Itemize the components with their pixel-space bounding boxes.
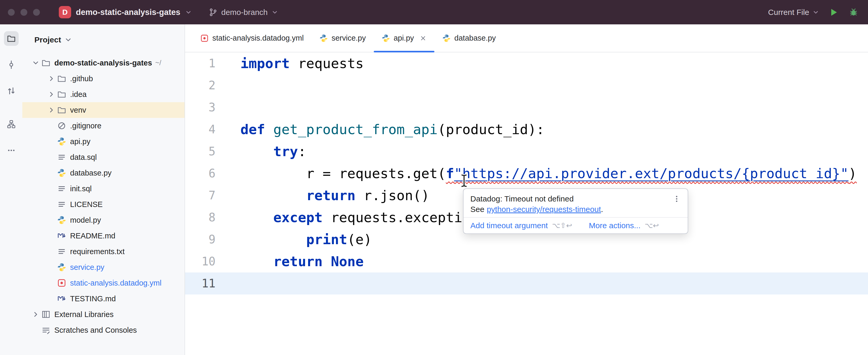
code-token: print [306,232,347,247]
code-line-10[interactable]: 10 return None [185,250,868,273]
chevron-spacer [48,248,55,255]
tab-label: static-analysis.datadog.yml [212,34,304,42]
chevron-right-icon[interactable] [32,311,40,318]
code-text: import requests [241,52,364,74]
tree-item-static-analysis-datadog-yml[interactable]: static-analysis.datadog.yml [22,275,185,291]
code-line-11[interactable]: 11 [185,273,868,294]
pull-requests-tool-button[interactable] [4,83,19,98]
tree-item-testing-md[interactable]: TESTING.md [22,291,185,307]
code-text: def get_product_from_api(product_id): [241,118,545,140]
code-line-4[interactable]: 4def get_product_from_api(product_id): [185,118,868,140]
tree-item-model-py[interactable]: model.py [22,212,185,228]
code-token [241,210,273,225]
code-token [241,232,306,247]
code-token: def [241,121,265,137]
structure-tool-button[interactable] [4,117,19,132]
line-number[interactable]: 2 [185,74,241,97]
window-minimize-button[interactable] [21,9,27,16]
tree-item-venv[interactable]: venv [22,102,185,118]
editor[interactable]: 1import requests234def get_product_from_… [185,52,868,355]
tree-item-gitignore[interactable]: .gitignore [22,118,185,134]
line-number[interactable]: 3 [185,97,241,118]
python-icon [56,168,67,178]
tab-label: api.py [394,34,414,42]
kebab-menu-icon[interactable] [673,194,681,203]
rule-link[interactable]: python-security/requests-timeout [487,205,601,214]
code-token: (product_id): [438,121,545,137]
line-number[interactable]: 10 [185,250,241,273]
chevron-right-icon[interactable] [48,106,55,114]
close-icon[interactable] [420,35,427,42]
tree-item-demo-static-analysis-gates[interactable]: demo-static-analysis-gates~/ [22,55,185,71]
tree-item-service-py[interactable]: service.py [22,259,185,275]
tool-window-strip [0,24,22,355]
line-number[interactable]: 4 [185,118,241,140]
code-line-6[interactable]: 6 r = requests.get(f"https://api.provide… [185,163,868,184]
tree-item-init-sql[interactable]: init.sql [22,181,185,197]
tree-item-data-sql[interactable]: data.sql [22,149,185,165]
popup-see-text: See [470,205,484,214]
code-line-2[interactable]: 2 [185,74,868,97]
code-text: try: [241,140,306,163]
text-icon [56,199,67,210]
python-icon [56,262,67,273]
tree-item-requirements-txt[interactable]: requirements.txt [22,244,185,259]
text-icon [56,152,67,163]
line-number[interactable]: 6 [185,163,241,184]
tree-item-label: database.py [70,169,112,177]
code-line-3[interactable]: 3 [185,97,868,118]
tree-item-license[interactable]: LICENSE [22,197,185,212]
tree-item-database-py[interactable]: database.py [22,165,185,181]
code-line-5[interactable]: 5 try: [185,140,868,163]
tab-service-py[interactable]: service.py [312,24,374,52]
chevron-right-icon[interactable] [48,91,55,98]
tree-item-scratches-and-consoles[interactable]: Scratches and Consoles [22,322,185,338]
tree-item-idea[interactable]: .idea [22,86,185,102]
chevron-right-icon[interactable] [48,75,55,82]
code-token [265,121,273,137]
line-number[interactable]: 5 [185,140,241,163]
line-number[interactable]: 1 [185,52,241,74]
project-tool-button[interactable] [4,31,19,46]
chevron-down-icon [185,9,192,16]
tree-item-external-libraries[interactable]: External Libraries [22,307,185,322]
text-icon [56,246,67,257]
tab-static-analysis-datadog-yml[interactable]: static-analysis.datadog.yml [192,24,312,52]
tree-item-api-py[interactable]: api.py [22,134,185,149]
debug-icon[interactable] [848,7,859,18]
chevron-down-icon[interactable] [32,59,40,67]
project-panel-header[interactable]: Project [22,24,185,55]
add-timeout-action[interactable]: Add timeout argument [470,220,548,231]
line-number[interactable]: 8 [185,207,241,228]
project-selector[interactable]: D demo-static-analysis-gates [59,6,192,19]
tab-database-py[interactable]: database.py [434,24,504,52]
tree-item-readme-md[interactable]: README.md [22,228,185,244]
line-number[interactable]: 9 [185,228,241,250]
code-line-1[interactable]: 1import requests [185,52,868,74]
more-tool-button[interactable] [4,143,19,158]
code-token: "https://api.provider.ext/products/{prod… [454,166,848,181]
code-token [241,187,306,203]
window-close-button[interactable] [8,9,15,16]
line-number[interactable]: 7 [185,184,241,207]
run-config-selector[interactable]: Current File [768,8,819,17]
line-number[interactable]: 11 [185,273,241,294]
code-token [322,254,331,269]
tree-item-label: requirements.txt [70,247,125,256]
window-zoom-button[interactable] [33,9,40,16]
more-actions[interactable]: More actions... [589,220,641,231]
python-icon [442,34,451,42]
branch-selector[interactable]: demo-branch [209,8,278,17]
run-config-label: Current File [768,8,809,17]
code-token [241,254,273,269]
run-button[interactable] [828,7,839,18]
project-panel: Project demo-static-analysis-gates~/.git… [22,24,185,355]
tab-api-py[interactable]: api.py [374,24,434,52]
python-icon [56,136,67,147]
tree-item-github[interactable]: .github [22,71,185,86]
tab-label: database.py [454,34,496,42]
chevron-down-icon [64,36,72,44]
markdown-icon [56,230,67,241]
commit-tool-button[interactable] [4,58,19,72]
tree-item-label: static-analysis.datadog.yml [70,279,161,287]
